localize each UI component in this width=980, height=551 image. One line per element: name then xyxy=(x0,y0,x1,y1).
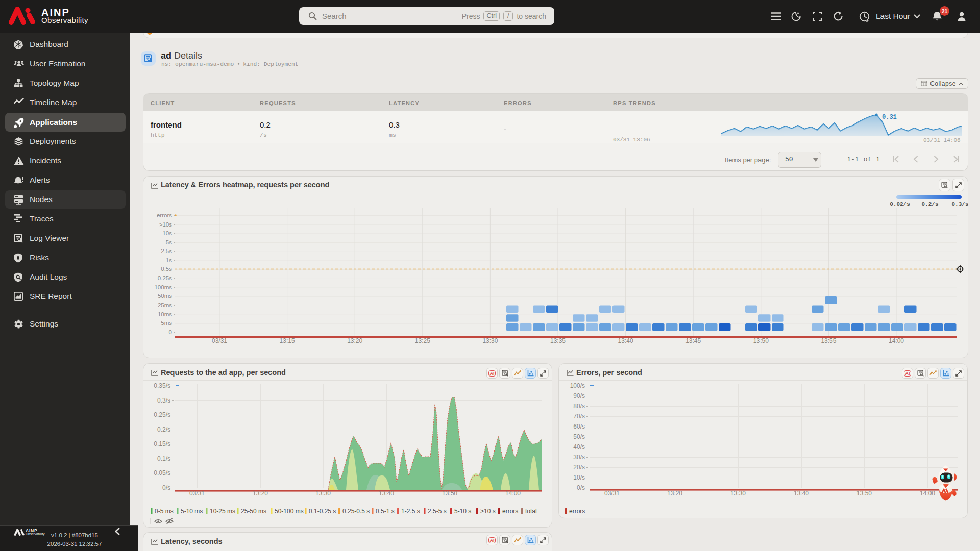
svg-text:13:30: 13:30 xyxy=(730,490,746,497)
svg-text:0/s: 0/s xyxy=(577,484,585,491)
svg-text:1s: 1s xyxy=(166,257,172,263)
svg-text:100ms: 100ms xyxy=(154,284,172,290)
svg-text:13:40: 13:40 xyxy=(618,337,633,344)
svg-text:70/s: 70/s xyxy=(573,413,585,420)
svg-text:13:30: 13:30 xyxy=(482,337,498,344)
svg-text:5s: 5s xyxy=(166,239,172,245)
svg-text:80/s: 80/s xyxy=(573,403,585,410)
svg-text:>10 s: >10 s xyxy=(480,508,496,515)
svg-text:0.25-0.5 s: 0.25-0.5 s xyxy=(342,508,370,515)
svg-text:0-5 ms: 0-5 ms xyxy=(155,508,174,515)
svg-text:5ms: 5ms xyxy=(161,320,172,326)
svg-text:0.5-1 s: 0.5-1 s xyxy=(376,508,395,515)
svg-text:03/31: 03/31 xyxy=(189,490,205,497)
svg-text:03/31: 03/31 xyxy=(212,337,227,344)
svg-text:0.35/s: 0.35/s xyxy=(154,382,170,389)
svg-text:13:55: 13:55 xyxy=(821,337,836,344)
svg-text:13:50: 13:50 xyxy=(442,490,457,497)
svg-text:>10s: >10s xyxy=(159,221,173,228)
svg-text:50/s: 50/s xyxy=(573,433,585,440)
svg-text:0.1-0.25 s: 0.1-0.25 s xyxy=(309,508,336,515)
svg-text:5-10 ms: 5-10 ms xyxy=(181,508,203,515)
svg-text:20/s: 20/s xyxy=(573,464,585,471)
svg-text:13:20: 13:20 xyxy=(667,490,682,497)
svg-text:errors: errors xyxy=(157,212,172,218)
svg-text:0/s: 0/s xyxy=(162,484,170,491)
svg-text:10ms: 10ms xyxy=(158,311,172,317)
svg-text:13:20: 13:20 xyxy=(253,490,268,497)
svg-text:90/s: 90/s xyxy=(573,392,585,399)
svg-text:13:40: 13:40 xyxy=(794,490,809,497)
svg-text:50ms: 50ms xyxy=(158,293,172,299)
svg-text:14:00: 14:00 xyxy=(505,490,521,497)
svg-text:13:50: 13:50 xyxy=(753,337,769,344)
svg-text:0.02/s: 0.02/s xyxy=(890,201,910,207)
svg-text:50-100 ms: 50-100 ms xyxy=(275,508,304,515)
svg-text:13:40: 13:40 xyxy=(379,490,394,497)
svg-text:0.25/s: 0.25/s xyxy=(154,411,170,418)
svg-text:13:45: 13:45 xyxy=(685,337,701,344)
svg-text:100/s: 100/s xyxy=(570,382,585,389)
svg-text:0.25s: 0.25s xyxy=(158,275,172,281)
svg-text:03/31: 03/31 xyxy=(604,490,620,497)
svg-text:errors: errors xyxy=(569,508,585,515)
svg-text:2.5-5 s: 2.5-5 s xyxy=(428,508,447,515)
svg-text:0.2/s: 0.2/s xyxy=(157,426,170,433)
svg-text:total: total xyxy=(525,508,537,515)
svg-text:0.1/s: 0.1/s xyxy=(157,455,170,462)
svg-text:0.15/s: 0.15/s xyxy=(154,440,170,447)
svg-text:0: 0 xyxy=(169,329,172,335)
svg-text:errors: errors xyxy=(502,508,518,515)
svg-text:2.5s: 2.5s xyxy=(161,248,172,254)
svg-text:10/s: 10/s xyxy=(573,474,585,481)
svg-text:13:20: 13:20 xyxy=(347,337,362,344)
svg-text:13:35: 13:35 xyxy=(550,337,566,344)
svg-text:0.5s: 0.5s xyxy=(161,266,172,272)
svg-text:1-2.5 s: 1-2.5 s xyxy=(401,508,420,515)
svg-text:0.2/s: 0.2/s xyxy=(921,201,938,207)
svg-text:10s: 10s xyxy=(162,230,172,236)
svg-text:14:00: 14:00 xyxy=(889,337,904,344)
svg-text:13:25: 13:25 xyxy=(415,337,430,344)
svg-text:25ms: 25ms xyxy=(158,302,172,308)
svg-text:13:15: 13:15 xyxy=(280,337,295,344)
svg-text:25-50 ms: 25-50 ms xyxy=(241,508,266,515)
svg-text:30/s: 30/s xyxy=(573,454,585,461)
svg-text:0.3/s: 0.3/s xyxy=(157,397,170,404)
svg-text:0.05/s: 0.05/s xyxy=(154,469,170,477)
svg-text:0.3/s: 0.3/s xyxy=(951,201,968,207)
svg-text:60/s: 60/s xyxy=(573,423,585,430)
svg-text:13:30: 13:30 xyxy=(315,490,331,497)
svg-text:13:50: 13:50 xyxy=(856,490,872,497)
svg-text:10-25 ms: 10-25 ms xyxy=(210,508,235,515)
svg-text:5-10 s: 5-10 s xyxy=(454,508,471,515)
svg-text:40/s: 40/s xyxy=(573,443,585,450)
